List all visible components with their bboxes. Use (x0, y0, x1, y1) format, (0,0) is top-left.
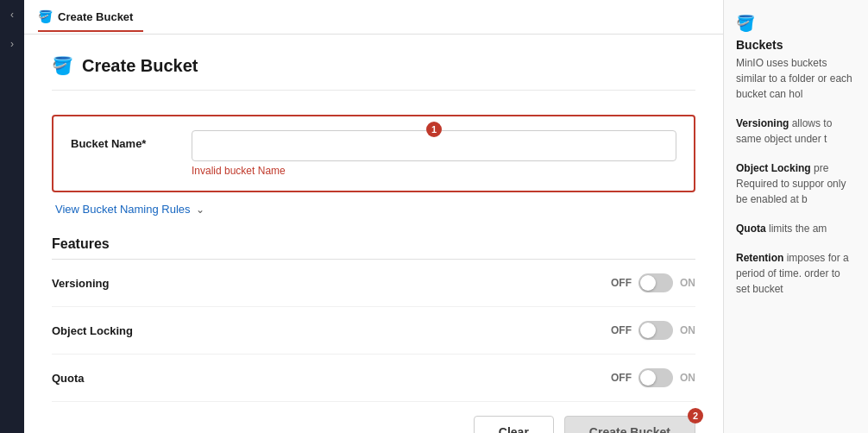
main-content: 🪣 Create Bucket 🪣 Create Bucket Bucket N… (24, 0, 723, 433)
versioning-on-label: ON (680, 277, 695, 289)
nav-chevron-down[interactable]: › (10, 38, 14, 50)
right-panel-heading: Buckets (736, 38, 856, 52)
right-panel-object-locking-section: Object Locking pre Required to suppor on… (736, 160, 856, 207)
right-panel-retention-text: Retention imposes for a period of time. … (736, 250, 856, 297)
quota-on-label: ON (680, 372, 695, 384)
tab-label: Create Bucket (58, 10, 133, 23)
clear-button[interactable]: Clear (474, 416, 554, 433)
nav-chevron-up[interactable]: ‹ (10, 9, 14, 21)
naming-rules-chevron-icon: ⌄ (196, 204, 204, 216)
naming-rules-row: View Bucket Naming Rules ⌄ (52, 203, 695, 216)
right-panel: 🪣 Buckets MinIO uses buckets similar to … (723, 0, 868, 433)
right-panel-versioning-section: Versioning allows to same object under t (736, 116, 856, 147)
right-panel-quota-key: Quota (736, 223, 766, 235)
right-panel-versioning-text: Versioning allows to same object under t (736, 116, 856, 147)
right-panel-object-locking-text: Object Locking pre Required to suppor on… (736, 160, 856, 207)
naming-rules-link[interactable]: View Bucket Naming Rules (55, 203, 191, 216)
create-bucket-button[interactable]: Create Bucket 2 (564, 416, 695, 433)
feature-name-object-locking: Object Locking (52, 324, 611, 337)
right-panel-quota-section: Quota limits the am (736, 221, 856, 236)
bucket-name-input-wrapper: 1 Invalid bucket Name (192, 130, 676, 177)
input-relative-wrapper: 1 (192, 130, 676, 161)
features-title: Features (52, 236, 695, 252)
feature-row-object-locking: Object Locking OFF ON (52, 307, 695, 355)
page-title: Create Bucket (82, 56, 198, 76)
quota-off-label: OFF (611, 372, 632, 384)
quota-toggle-group: OFF ON (611, 368, 695, 387)
tab-create-bucket[interactable]: 🪣 Create Bucket (38, 3, 143, 32)
feature-row-versioning: Versioning OFF ON (52, 260, 695, 307)
feature-name-versioning: Versioning (52, 277, 611, 290)
form-area: 🪣 Create Bucket Bucket Name* 1 Invalid b… (24, 35, 723, 433)
actions-row: Clear Create Bucket 2 ➘ (52, 402, 695, 433)
right-panel-retention-section: Retention imposes for a period of time. … (736, 250, 856, 297)
left-nav: ‹ › (0, 0, 24, 433)
right-panel-intro: MinIO uses buckets similar to a folder o… (736, 55, 856, 102)
right-panel-bucket-icon: 🪣 (736, 14, 856, 33)
tab-bucket-icon: 🪣 (38, 9, 53, 23)
features-section: Features Versioning OFF ON Object Lockin… (52, 236, 695, 402)
bucket-name-error: Invalid bucket Name (192, 165, 676, 177)
right-panel-retention-key: Retention (736, 252, 783, 264)
feature-name-quota: Quota (52, 372, 611, 385)
quota-toggle[interactable] (638, 368, 673, 387)
object-locking-toggle[interactable] (638, 321, 673, 340)
right-panel-quota-text: Quota limits the am (736, 221, 856, 236)
page-title-row: 🪣 Create Bucket (52, 55, 695, 91)
tab-bar: 🪣 Create Bucket (24, 0, 723, 35)
versioning-toggle[interactable] (638, 273, 673, 292)
page-title-icon: 🪣 (52, 55, 73, 76)
right-panel-quota-desc: limits the am (766, 223, 827, 235)
input-validation-badge: 1 (426, 122, 442, 137)
feature-row-quota: Quota OFF ON (52, 355, 695, 402)
object-locking-off-label: OFF (611, 324, 632, 336)
versioning-toggle-group: OFF ON (611, 273, 695, 292)
create-bucket-label: Create Bucket (589, 425, 670, 433)
right-panel-buckets-section: 🪣 Buckets MinIO uses buckets similar to … (736, 14, 856, 102)
bucket-name-field-group: Bucket Name* 1 Invalid bucket Name (52, 115, 695, 192)
bucket-name-label: Bucket Name* (71, 130, 174, 150)
versioning-off-label: OFF (611, 277, 632, 289)
create-bucket-badge: 2 (688, 408, 703, 424)
object-locking-on-label: ON (680, 324, 695, 336)
right-panel-versioning-key: Versioning (736, 117, 789, 129)
object-locking-toggle-group: OFF ON (611, 321, 695, 340)
right-panel-object-locking-key: Object Locking (736, 162, 811, 174)
